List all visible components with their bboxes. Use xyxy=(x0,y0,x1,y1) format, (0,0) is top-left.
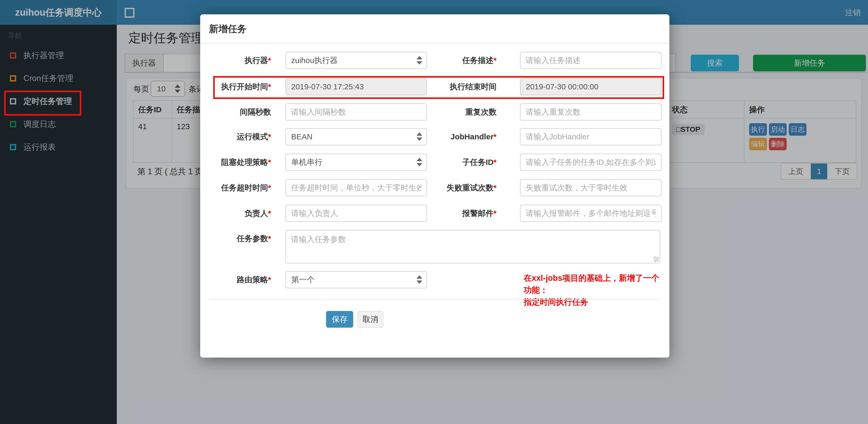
modal-footer-divider xyxy=(209,299,660,300)
feature-note: 在xxl-jobs项目的基础上，新增了一个功能： 指定时间执行任务 xyxy=(524,272,666,308)
author-input[interactable] xyxy=(285,205,427,222)
cell-status: □STOP xyxy=(667,119,744,162)
feature-note-line1: 在xxl-jobs项目的基础上，新增了一个功能： xyxy=(524,272,666,296)
executor-select[interactable]: zuihou执行器 xyxy=(285,52,427,69)
interval-input[interactable] xyxy=(285,103,427,121)
timeout-label: 任务超时时间* xyxy=(200,179,271,196)
pagination: 上页 1 下页 xyxy=(781,163,857,180)
timeout-input[interactable] xyxy=(285,179,427,196)
block-strategy-select[interactable]: 单机串行 xyxy=(285,154,427,171)
cell-task-id: 41 xyxy=(133,119,172,162)
sidebar-item-schedule-log[interactable]: 调度日志 xyxy=(0,113,117,136)
cell-actions: 执行 启动 日志 编辑 删除 xyxy=(744,119,855,162)
job-param-label: 任务参数* xyxy=(200,230,271,247)
job-handler-input[interactable] xyxy=(520,128,661,145)
repeat-count-input[interactable] xyxy=(520,103,661,121)
search-button[interactable]: 搜索 xyxy=(691,55,739,71)
start-time-input[interactable] xyxy=(285,78,427,95)
edit-button[interactable]: 编辑 xyxy=(749,138,767,150)
job-handler-label: JobHandler* xyxy=(430,128,497,145)
cancel-button[interactable]: 取消 xyxy=(358,311,383,328)
route-strategy-label: 路由策略* xyxy=(200,271,271,288)
author-label: 负责人* xyxy=(200,205,271,222)
glue-type-select[interactable]: BEAN xyxy=(285,128,427,145)
feature-note-line2: 指定时间执行任务 xyxy=(524,296,666,308)
sidebar-item-run-report[interactable]: 运行报表 xyxy=(0,136,117,159)
current-page-button[interactable]: 1 xyxy=(811,164,827,179)
per-page-prefix: 每页 xyxy=(133,84,149,95)
glue-type-label: 运行模式* xyxy=(200,128,271,145)
per-page-select[interactable]: 10 xyxy=(151,81,185,97)
repeat-count-label: 重复次数 xyxy=(430,103,497,121)
interval-label: 间隔秒数 xyxy=(200,103,271,121)
square-icon xyxy=(10,98,16,104)
column-header-status: 状态 xyxy=(667,101,744,118)
alarm-email-label: 报警邮件* xyxy=(430,205,497,222)
start-button[interactable]: 启动 xyxy=(769,123,787,136)
square-icon xyxy=(10,75,16,81)
prev-page-button[interactable]: 上页 xyxy=(781,164,811,179)
child-job-input[interactable] xyxy=(520,154,661,171)
column-header-task-id: 任务ID xyxy=(133,101,172,118)
add-task-modal: 新增任务 执行器* zuihou执行器 任务描述* 执行开始时间* 执行结束时间… xyxy=(200,14,670,358)
end-time-label: 执行结束时间 xyxy=(430,78,497,95)
child-job-label: 子任务ID* xyxy=(430,154,497,171)
next-page-button[interactable]: 下页 xyxy=(827,164,857,179)
brand-logo: zuihou任务调度中心 xyxy=(0,0,117,25)
sidebar-toggle-icon[interactable] xyxy=(125,8,134,18)
start-time-label: 执行开始时间* xyxy=(200,78,271,95)
job-desc-input[interactable] xyxy=(520,52,661,69)
select-arrows-icon xyxy=(175,85,180,93)
select-arrows-icon xyxy=(416,132,422,141)
modal-header-divider xyxy=(200,43,670,43)
sidebar-item-timed-task-manage[interactable]: 定时任务管理 xyxy=(0,90,117,113)
select-arrows-icon xyxy=(416,56,422,65)
sidebar-item-executor-manage[interactable]: 执行器管理 xyxy=(0,44,117,67)
sidebar: 导航 执行器管理 Cron任务管理 定时任务管理 调度日志 运行报表 xyxy=(0,25,117,424)
alarm-email-input[interactable] xyxy=(520,205,661,222)
select-arrows-icon xyxy=(416,275,422,284)
fail-retry-input[interactable] xyxy=(520,179,661,196)
executor-filter-label: 执行器 xyxy=(125,54,164,72)
block-strategy-label: 阻塞处理策略* xyxy=(200,154,271,171)
modal-title: 新增任务 xyxy=(209,23,247,35)
square-icon xyxy=(10,144,16,150)
job-param-textarea[interactable] xyxy=(285,230,660,263)
textarea-resize-grip-icon[interactable] xyxy=(654,257,659,262)
job-desc-label: 任务描述* xyxy=(430,52,497,69)
column-header-actions: 操作 xyxy=(744,101,855,118)
end-time-input[interactable] xyxy=(520,78,661,95)
delete-button[interactable]: 删除 xyxy=(769,138,787,150)
log-button[interactable]: 日志 xyxy=(789,123,806,136)
logout-link[interactable]: 注销 xyxy=(845,0,861,25)
add-task-button[interactable]: 新增任务 xyxy=(753,55,866,71)
per-page-value: 10 xyxy=(157,85,165,93)
select-arrows-icon xyxy=(416,158,422,167)
route-strategy-select[interactable]: 第一个 xyxy=(285,271,427,288)
page-title: 定时任务管理 xyxy=(128,30,204,46)
status-badge: □STOP xyxy=(672,124,705,135)
sidebar-nav-header: 导航 xyxy=(8,31,22,40)
sidebar-item-cron-task-manage[interactable]: Cron任务管理 xyxy=(0,67,117,90)
sidebar-menu: 执行器管理 Cron任务管理 定时任务管理 调度日志 运行报表 xyxy=(0,44,117,159)
fail-retry-label: 失败重试次数* xyxy=(430,179,497,196)
square-icon xyxy=(10,121,16,127)
square-icon xyxy=(10,52,16,59)
save-button[interactable]: 保存 xyxy=(326,311,353,328)
executor-label: 执行器* xyxy=(200,52,271,69)
run-button[interactable]: 执行 xyxy=(749,123,767,136)
